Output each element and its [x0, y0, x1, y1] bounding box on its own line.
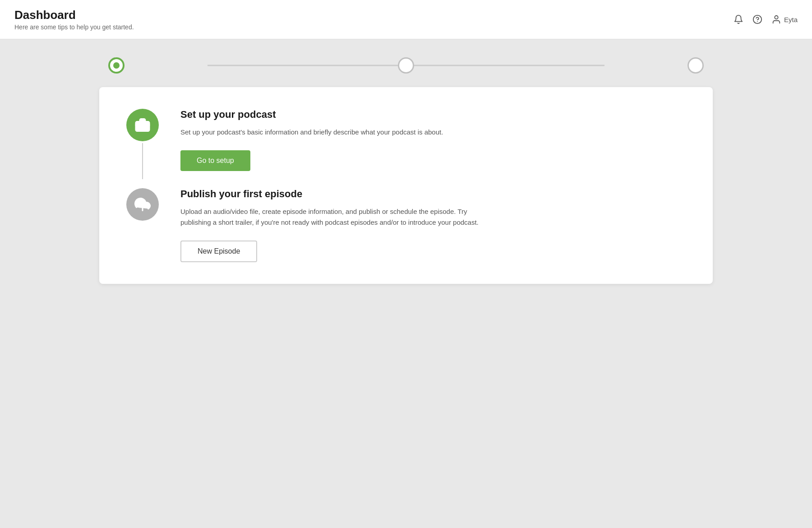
step-1-content: Set up your podcast Set up your podcast'…	[180, 109, 686, 179]
step-2-icon	[126, 188, 159, 221]
step-divider	[126, 179, 686, 188]
step-1-icon	[126, 109, 159, 141]
user-icon	[771, 14, 781, 24]
svg-point-2	[775, 16, 778, 19]
step-icon-col-2	[126, 188, 159, 262]
progress-step-3[interactable]	[687, 57, 704, 74]
step-2-title: Publish your first episode	[180, 188, 686, 200]
svg-rect-3	[136, 122, 149, 131]
step-connector-1	[142, 143, 143, 179]
page-title: Dashboard	[14, 8, 134, 22]
progress-step-2[interactable]	[398, 57, 414, 74]
help-icon[interactable]	[752, 14, 762, 24]
header-right: Eyta	[734, 14, 798, 24]
step-row-2: Publish your first episode Upload an aud…	[126, 188, 686, 262]
user-name: Eyta	[784, 16, 798, 23]
progress-bar	[99, 57, 713, 74]
go-to-setup-button[interactable]: Go to setup	[180, 150, 250, 171]
step-2-description: Upload an audio/video file, create episo…	[180, 206, 487, 228]
step-icon-col-1	[126, 109, 159, 179]
main-content: Set up your podcast Set up your podcast'…	[0, 39, 812, 302]
page-subtitle: Here are some tips to help you get start…	[14, 23, 134, 31]
progress-step-1[interactable]	[108, 57, 125, 74]
step-2-content: Publish your first episode Upload an aud…	[180, 188, 686, 262]
step-1-title: Set up your podcast	[180, 109, 686, 120]
steps-card: Set up your podcast Set up your podcast'…	[99, 87, 713, 284]
user-menu[interactable]: Eyta	[771, 14, 798, 24]
step-row-1: Set up your podcast Set up your podcast'…	[126, 109, 686, 179]
header: Dashboard Here are some tips to help you…	[0, 0, 812, 39]
notification-icon[interactable]	[734, 14, 743, 24]
header-left: Dashboard Here are some tips to help you…	[14, 8, 134, 31]
new-episode-button[interactable]: New Episode	[180, 241, 257, 262]
progress-steps	[108, 57, 704, 74]
step-1-description: Set up your podcast's basic information …	[180, 127, 487, 138]
